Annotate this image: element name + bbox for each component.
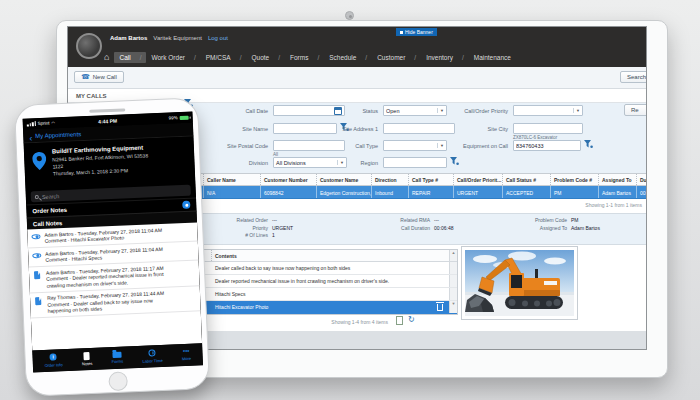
back-label: My Appointments xyxy=(35,131,81,139)
region-label: Region xyxy=(316,160,378,166)
col-customer-name[interactable]: Customer Name xyxy=(316,174,371,185)
cell-call-type: REPAIR xyxy=(408,186,453,198)
more-icon xyxy=(183,349,190,354)
user-name: Adam Bartos xyxy=(110,35,147,41)
contents-row-text: Dealer reported mechanical issue in fron… xyxy=(212,278,449,284)
nav-item-inventory[interactable]: Inventory xyxy=(421,52,469,63)
tab-order-info[interactable]: Order Info xyxy=(44,353,63,367)
site-name-label: Site Name xyxy=(206,126,268,132)
appointment-card[interactable]: BuildIT Earthmoving Equipment N2941 Bank… xyxy=(24,136,196,189)
problem-code-value: PM xyxy=(571,217,579,223)
filter-icon[interactable] xyxy=(584,140,593,149)
cell-customer-name: Edgerton Construction, Inc xyxy=(316,186,371,198)
cell-customer-number: 6098842 xyxy=(260,186,316,198)
document-icon xyxy=(34,271,40,279)
col-priority[interactable]: Call/Order Priorit... xyxy=(453,174,502,185)
nav-item-call[interactable]: Call xyxy=(114,52,146,63)
call-notes-label: Call Notes xyxy=(33,220,63,227)
contents-row[interactable]: Dealer reported mechanical issue in fron… xyxy=(203,275,457,288)
search-calls-label: Search C xyxy=(627,74,647,80)
reset-label: Re xyxy=(631,107,639,113)
col-caller-name[interactable]: Caller Name xyxy=(203,174,260,185)
site-address-label: Site Address 1 xyxy=(316,126,378,132)
cell-problem-code: PM xyxy=(550,186,598,198)
home-icon[interactable]: ⌂ xyxy=(104,52,109,62)
info-icon xyxy=(50,354,57,361)
scrollbar-track[interactable] xyxy=(449,288,457,300)
search-calls-button[interactable]: Search C xyxy=(620,71,647,83)
col-direction[interactable]: Direction xyxy=(371,174,408,185)
tab-label: Forms xyxy=(112,359,124,364)
compass-icon[interactable] xyxy=(182,201,190,209)
contents-row-text: Hitachi Specs xyxy=(212,291,449,297)
calls-grid-paging: Showing 1-1 from 1 items xyxy=(488,202,642,208)
cell-assigned-to: Adam Bartos xyxy=(598,186,636,198)
site-city-input[interactable] xyxy=(513,123,583,134)
chevron-down-icon: ▼ xyxy=(573,108,582,113)
tab-more[interactable]: More xyxy=(182,349,192,361)
main-nav: ⌂ Call Work Order PM/CSA Quote Forms Sch… xyxy=(104,49,516,65)
detail-group-order: Related Order--- PriorityURGENT # Of Lin… xyxy=(188,217,293,240)
trash-icon[interactable] xyxy=(437,304,443,311)
contents-row[interactable]: Hitachi Specs xyxy=(203,288,457,301)
map-pin-icon xyxy=(32,152,47,171)
col-customer-number[interactable]: Customer Number xyxy=(260,174,316,185)
export-excel-icon[interactable] xyxy=(396,316,403,325)
attachment-photo[interactable] xyxy=(461,246,578,320)
related-rma-value: --- xyxy=(434,217,439,223)
nav-item-schedule[interactable]: Schedule xyxy=(324,52,372,63)
nav-item-maintenance[interactable]: Maintenance xyxy=(469,52,516,63)
call-duration-value: 00:06:48 xyxy=(434,225,453,231)
chevron-down-icon: ▼ xyxy=(437,108,446,113)
search-placeholder: Search xyxy=(42,193,60,200)
scrollbar-track[interactable] xyxy=(449,275,457,287)
filter-icon[interactable] xyxy=(450,157,459,166)
tab-forms[interactable]: Forms xyxy=(111,351,123,364)
scrollbar-down-arrow[interactable]: ▼ xyxy=(449,301,457,313)
tab-labor-time[interactable]: Labor Time xyxy=(142,349,163,363)
nav-item-work-order[interactable]: Work Order xyxy=(146,52,200,63)
contents-row-selected[interactable]: Hitachi Excavator Photo ▼ xyxy=(203,301,457,314)
toolbar: ☎ New Call Search C xyxy=(68,67,647,89)
status-label: Status xyxy=(316,108,378,114)
col-call-status[interactable]: Call Status # xyxy=(502,174,550,185)
status-select[interactable]: Open▼ xyxy=(383,105,447,116)
nav-item-quote[interactable]: Quote xyxy=(246,52,285,63)
home-button[interactable] xyxy=(108,371,128,391)
contents-row[interactable]: Dealer called back to say issue now happ… xyxy=(203,262,457,275)
cell-call-status: ACCEPTED xyxy=(502,186,550,198)
clock-icon xyxy=(149,350,156,357)
division-label: Division xyxy=(206,160,268,166)
priority-select[interactable]: ▼ xyxy=(513,105,583,116)
new-call-button[interactable]: ☎ New Call xyxy=(74,71,124,83)
call-date-label: Call Date xyxy=(206,108,268,114)
col-problem-code[interactable]: Problem Code # xyxy=(550,174,598,185)
search-icon xyxy=(35,195,39,199)
logout-link[interactable]: Log out xyxy=(208,35,228,41)
nav-item-customer[interactable]: Customer xyxy=(372,52,421,63)
site-address-input[interactable] xyxy=(383,123,455,134)
priority-label: Call/Order Priority xyxy=(446,108,508,114)
hide-banner-link[interactable]: Hide Banner xyxy=(396,28,437,36)
equipment-input[interactable] xyxy=(513,140,581,151)
col-call-type[interactable]: Call Type # xyxy=(408,174,453,185)
detail-group-rma: Related RMA--- Call Duration00:06:48 xyxy=(350,217,453,232)
nav-item-pmcsa[interactable]: PM/CSA xyxy=(201,52,247,63)
col-duration[interactable]: Duration xyxy=(636,174,647,185)
call-type-select[interactable]: ▼ xyxy=(383,140,447,151)
notes-icon xyxy=(84,352,90,360)
reset-button[interactable]: Re xyxy=(624,104,647,116)
contents-column-title[interactable]: Contents xyxy=(212,250,449,261)
contents-row-text: Dealer called back to say issue now happ… xyxy=(212,265,449,271)
webcam-dot xyxy=(345,11,354,20)
chevron-down-icon: ▼ xyxy=(437,143,446,148)
refresh-icon[interactable]: ↻ xyxy=(408,315,415,324)
scrollbar-track[interactable] xyxy=(449,262,457,274)
region-input[interactable] xyxy=(383,157,447,168)
tab-notes[interactable]: Notes xyxy=(82,352,93,367)
col-assigned-to[interactable]: Assigned To xyxy=(598,174,636,185)
eye-icon xyxy=(31,233,40,238)
scrollbar-up-arrow[interactable]: ▲ xyxy=(449,250,457,261)
site-postal-label: Site Postal Code xyxy=(206,143,268,149)
nav-item-forms[interactable]: Forms xyxy=(285,52,324,63)
